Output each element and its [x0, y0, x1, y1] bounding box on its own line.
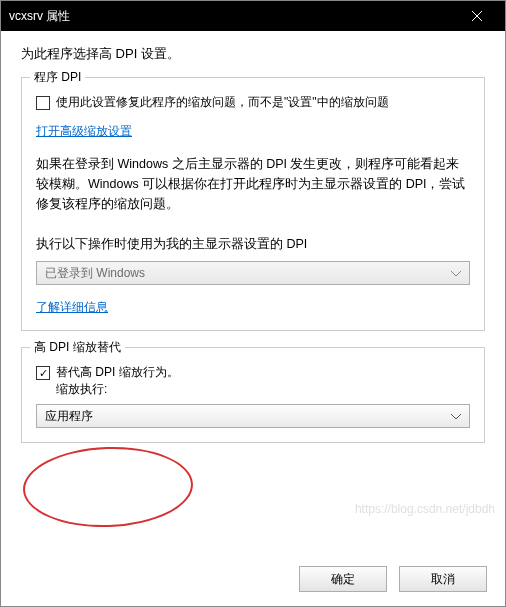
override-label-line1: 替代高 DPI 缩放行为。: [56, 365, 179, 379]
program-dpi-legend: 程序 DPI: [30, 69, 85, 86]
chevron-down-icon: [451, 409, 461, 423]
fix-scaling-label: 使用此设置修复此程序的缩放问题，而不是"设置"中的缩放问题: [56, 94, 389, 111]
close-icon: [472, 11, 482, 21]
fix-scaling-row: 使用此设置修复此程序的缩放问题，而不是"设置"中的缩放问题: [36, 94, 470, 111]
content-area: 为此程序选择高 DPI 设置。 程序 DPI 使用此设置修复此程序的缩放问题，而…: [1, 31, 505, 556]
override-scaling-label: 替代高 DPI 缩放行为。 缩放执行:: [56, 364, 179, 398]
annotation-ellipse: [22, 444, 195, 530]
dpi-timing-combobox: 已登录到 Windows: [36, 261, 470, 285]
close-button[interactable]: [457, 1, 497, 31]
ok-button[interactable]: 确定: [299, 566, 387, 592]
watermark-text: https://blog.csdn.net/jdbdh: [355, 502, 495, 516]
intro-text: 为此程序选择高 DPI 设置。: [21, 45, 485, 63]
override-label-line2: 缩放执行:: [56, 382, 107, 396]
window-title: vcxsrv 属性: [9, 8, 457, 25]
main-display-dpi-label: 执行以下操作时使用为我的主显示器设置的 DPI: [36, 236, 470, 253]
chevron-down-icon: [451, 266, 461, 280]
override-scaling-checkbox[interactable]: [36, 366, 50, 380]
advanced-scaling-link[interactable]: 打开高级缩放设置: [36, 123, 132, 140]
properties-dialog: vcxsrv 属性 为此程序选择高 DPI 设置。 程序 DPI 使用此设置修复…: [0, 0, 506, 607]
high-dpi-override-group: 高 DPI 缩放替代 替代高 DPI 缩放行为。 缩放执行: 应用程序: [21, 347, 485, 443]
cancel-button[interactable]: 取消: [399, 566, 487, 592]
dialog-buttons: 确定 取消: [1, 556, 505, 606]
high-dpi-override-legend: 高 DPI 缩放替代: [30, 339, 125, 356]
fix-scaling-checkbox[interactable]: [36, 96, 50, 110]
scaling-performed-by-combobox[interactable]: 应用程序: [36, 404, 470, 428]
override-scaling-row: 替代高 DPI 缩放行为。 缩放执行:: [36, 364, 470, 398]
scaling-performed-by-value: 应用程序: [45, 408, 93, 425]
learn-more-link[interactable]: 了解详细信息: [36, 299, 108, 316]
program-dpi-group: 程序 DPI 使用此设置修复此程序的缩放问题，而不是"设置"中的缩放问题 打开高…: [21, 77, 485, 331]
dpi-description: 如果在登录到 Windows 之后主显示器的 DPI 发生更改，则程序可能看起来…: [36, 154, 470, 214]
titlebar: vcxsrv 属性: [1, 1, 505, 31]
dpi-timing-value: 已登录到 Windows: [45, 265, 145, 282]
